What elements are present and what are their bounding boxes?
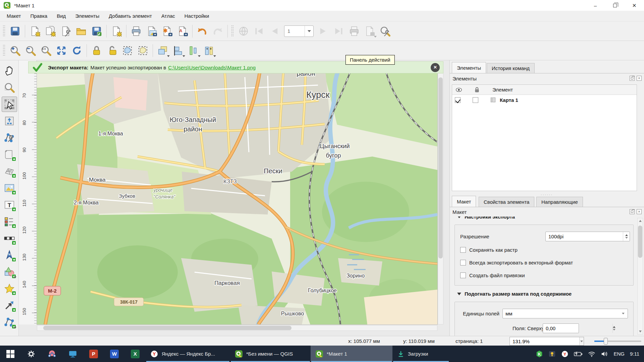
close-panel-button[interactable]: ×	[637, 76, 642, 81]
taskbar-app-yandex[interactable]: Y Яндекс — Яндекс Бр...	[146, 346, 230, 362]
menu-items[interactable]: Элементы	[70, 11, 104, 20]
taskbar-app-layout[interactable]: *Макет 1	[311, 346, 392, 362]
atlas-feature-combo[interactable]	[284, 25, 314, 37]
distribute-items-button[interactable]	[186, 43, 201, 58]
scroll-up-icon[interactable]	[639, 220, 642, 222]
add-arrow-button[interactable]	[2, 298, 17, 313]
zoom-slider[interactable]	[594, 341, 641, 342]
export-image-button[interactable]	[144, 23, 159, 39]
export-pdf-button[interactable]: A	[175, 23, 190, 39]
excel-button[interactable]: X	[125, 346, 146, 362]
panel-scrollbar-thumb[interactable]	[638, 226, 642, 258]
add-marker-button[interactable]	[2, 281, 17, 296]
select-move-item-tool-button[interactable]	[2, 97, 17, 112]
scroll-down-icon[interactable]	[639, 330, 642, 333]
menu-atlas[interactable]: Атлас	[157, 11, 180, 20]
taskbar-app-downloads[interactable]: Загрузки	[392, 346, 449, 362]
world-file-row[interactable]: Создать файл привязки	[460, 273, 525, 278]
spin-buttons[interactable]	[623, 232, 630, 241]
save-project-button[interactable]	[7, 23, 23, 39]
message-close-button[interactable]: ×	[431, 63, 440, 72]
map-item[interactable]: район Курск Юго-Западный район Цыганский…	[37, 71, 437, 324]
spin-buttons[interactable]	[612, 324, 615, 333]
zoom-level-combo[interactable]	[509, 337, 584, 346]
toolbar-grip[interactable]	[3, 25, 6, 37]
resize-section[interactable]: Подогнать размер макета под содержимое	[457, 291, 572, 297]
margin-units-combo[interactable]	[502, 309, 628, 318]
kaspersky-tray-icon[interactable]: K	[536, 350, 543, 358]
add-scalebar-button[interactable]	[2, 231, 17, 246]
add-legend-button[interactable]	[2, 214, 17, 229]
zoom-slider-knob[interactable]	[604, 338, 608, 345]
world-file-checkbox[interactable]	[460, 273, 466, 278]
save-as-raster-checkbox[interactable]	[460, 247, 466, 253]
export-settings-section[interactable]: Настройки экспорта	[457, 217, 515, 220]
zoom-level-input[interactable]	[510, 339, 579, 344]
clock[interactable]: 9:11	[630, 351, 639, 357]
menu-settings[interactable]: Настройки	[180, 11, 214, 20]
punto-switcher-tray-icon[interactable]	[548, 350, 556, 358]
add-picture-button[interactable]	[2, 180, 17, 196]
menu-add-item[interactable]: Добавить элемент	[104, 11, 157, 20]
snip-tool-button[interactable]	[42, 346, 62, 362]
add-page-button[interactable]	[2, 147, 17, 162]
layout-manager-button[interactable]	[58, 23, 73, 39]
print-layout-button[interactable]	[128, 23, 144, 39]
language-indicator[interactable]: ENG	[613, 351, 625, 357]
export-atlas-button[interactable]	[362, 23, 377, 39]
duplicate-layout-button[interactable]	[43, 23, 58, 39]
last-feature-button[interactable]	[331, 23, 346, 39]
close-button[interactable]: ×	[625, 0, 644, 11]
atlas-toolbar-grip[interactable]	[231, 25, 234, 37]
speaker-icon[interactable]	[601, 351, 608, 357]
float-panel-button[interactable]	[630, 209, 635, 214]
close-panel-button[interactable]: ×	[637, 209, 642, 214]
menu-layout[interactable]: Макет	[2, 11, 25, 20]
horizontal-scrollbar[interactable]	[37, 325, 437, 331]
panel-splitter[interactable]: ......	[541, 192, 553, 196]
add-3d-map-button[interactable]	[2, 164, 17, 179]
display-settings-button[interactable]	[62, 346, 83, 362]
start-button[interactable]	[0, 346, 21, 362]
always-vector-checkbox[interactable]	[460, 260, 466, 265]
zoom-actual-size-button[interactable]: 1:1	[38, 43, 54, 58]
vertical-scrollbar[interactable]	[438, 71, 443, 324]
add-node-item-button[interactable]	[2, 314, 17, 330]
resolution-input[interactable]	[546, 234, 623, 239]
pan-tool-button[interactable]	[2, 63, 17, 78]
lock-items-button[interactable]	[89, 43, 104, 58]
yandex-tray-icon[interactable]: Y	[561, 350, 569, 358]
zoom-full-button[interactable]	[54, 43, 69, 58]
next-feature-button[interactable]	[316, 23, 331, 39]
raise-items-button[interactable]	[155, 43, 170, 58]
battery-icon[interactable]	[574, 351, 583, 357]
zoom-out-button[interactable]	[23, 43, 38, 58]
add-shape-button[interactable]	[2, 264, 17, 280]
layout-canvas[interactable]: район Курск Юго-Западный район Цыганский…	[37, 71, 437, 324]
move-content-tool-button[interactable]	[2, 113, 17, 129]
preview-atlas-button[interactable]	[236, 23, 251, 39]
tab-items[interactable]: Элементы	[452, 62, 486, 73]
margin-top-input[interactable]	[543, 325, 612, 331]
load-template-button[interactable]	[73, 23, 89, 39]
float-panel-button[interactable]	[630, 76, 635, 81]
panel-scrollbar[interactable]	[637, 218, 643, 335]
margin-units-input[interactable]	[503, 311, 619, 316]
horizontal-scrollbar-thumb[interactable]	[43, 326, 291, 330]
select-all-items-button[interactable]	[120, 43, 135, 58]
redo-button[interactable]	[210, 23, 225, 39]
align-items-button[interactable]	[170, 43, 186, 58]
zoom-combo-dropdown[interactable]	[579, 337, 584, 345]
resolution-spinbox[interactable]	[545, 232, 630, 241]
lock-checkbox[interactable]	[473, 97, 478, 103]
taskbar-app-qgis-project[interactable]: *Без имени — QGIS	[230, 346, 311, 362]
settings-taskbar-button[interactable]	[21, 346, 42, 362]
atlas-settings-button[interactable]	[377, 23, 393, 39]
menu-view[interactable]: Вид	[52, 11, 70, 20]
edit-nodes-tool-button[interactable]	[2, 130, 17, 145]
margin-top-spinbox[interactable]	[543, 323, 579, 333]
export-svg-button[interactable]: ✱	[159, 23, 175, 39]
save-as-raster-row[interactable]: Сохранять как растр	[460, 247, 518, 253]
first-feature-button[interactable]	[251, 23, 267, 39]
combo-dropdown[interactable]	[619, 313, 628, 314]
